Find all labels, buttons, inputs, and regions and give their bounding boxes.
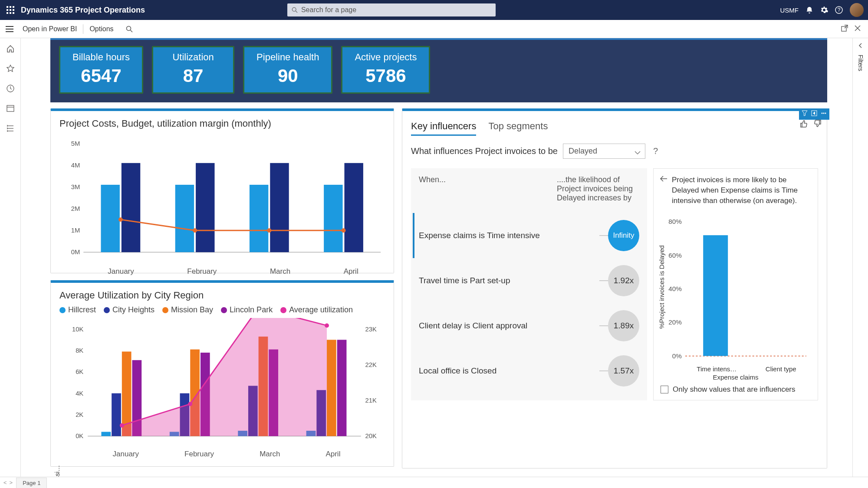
notifications-icon[interactable] <box>806 6 813 14</box>
ki-bubble: 1.92x <box>608 265 639 296</box>
thumbs-down-icon[interactable] <box>813 119 822 130</box>
ki-bubble: 1.57x <box>608 355 639 386</box>
svg-rect-42 <box>270 163 289 252</box>
x-tick: February <box>184 450 214 459</box>
svg-rect-41 <box>250 185 268 252</box>
chart-costs-budget[interactable]: Project Costs, Budget, utilization margi… <box>50 108 394 273</box>
home-icon[interactable] <box>5 43 16 54</box>
ki-bubble: Infinity <box>608 220 639 251</box>
svg-text:21K: 21K <box>365 397 377 404</box>
only-influencers-checkbox[interactable] <box>661 386 668 393</box>
svg-text:22K: 22K <box>365 361 377 368</box>
modules-icon[interactable] <box>5 123 16 134</box>
user-avatar[interactable] <box>850 3 864 17</box>
ki-influencer-row[interactable]: Expense claims is Time intensive Infinit… <box>413 213 639 258</box>
kpi-active-projects[interactable]: Active projects5786 <box>341 46 430 94</box>
legend-item: Average utilization <box>280 305 353 314</box>
x-tick: January <box>108 267 134 276</box>
svg-rect-40 <box>196 163 214 252</box>
hamburger-icon[interactable] <box>3 26 16 32</box>
ki-checkbox-row: Only show values that are influencers <box>661 385 811 394</box>
kpi-utilization[interactable]: Utilization87 <box>152 46 234 94</box>
tab-key-influencers[interactable]: Key influencers <box>411 121 476 136</box>
page-tabs: <> Page 1 <box>0 477 868 488</box>
legend-item: City Heights <box>104 305 155 314</box>
svg-point-48 <box>342 228 346 233</box>
ki-question: What influences Project invoices to be D… <box>411 144 818 159</box>
tab-top-segments[interactable]: Top segments <box>488 121 548 136</box>
svg-text:80%: 80% <box>668 218 682 226</box>
svg-text:4K: 4K <box>76 390 83 397</box>
thumbs-up-icon[interactable] <box>799 119 809 130</box>
more-icon[interactable] <box>821 110 827 118</box>
next-page-icon[interactable]: > <box>10 479 13 486</box>
app-title: Dynamics 365 Project Operations <box>21 6 145 15</box>
filter-icon[interactable] <box>802 110 808 118</box>
cmdbar-search-icon[interactable] <box>120 20 139 38</box>
open-in-power-bi[interactable]: Open in Power BI <box>16 20 83 38</box>
svg-rect-39 <box>175 185 194 252</box>
recent-icon[interactable] <box>5 83 16 94</box>
svg-text:2M: 2M <box>71 205 80 212</box>
svg-text:0M: 0M <box>71 249 80 255</box>
svg-text:60%: 60% <box>668 252 682 259</box>
ki-influencer-row[interactable]: Client delay is Client approval 1.89x <box>419 303 639 348</box>
left-nav <box>0 38 21 477</box>
chart-utilization-city[interactable]: Average Utilization by City Region Hillc… <box>50 280 394 467</box>
svg-line-10 <box>296 11 297 13</box>
x-tick: Client type <box>766 365 796 373</box>
help-icon[interactable]: ? <box>653 146 658 156</box>
ki-influencer-row[interactable]: Local office is Closed 1.57x <box>419 348 639 393</box>
kpi-pipeline-health[interactable]: Pipeline health90 <box>243 46 332 94</box>
x-tick: January <box>113 450 139 459</box>
focus-icon[interactable] <box>811 110 817 118</box>
svg-text:5M: 5M <box>71 140 80 147</box>
star-icon[interactable] <box>5 63 16 74</box>
workspace-icon[interactable] <box>5 103 16 114</box>
kpi-billable-hours[interactable]: Billable hours6547 <box>59 46 143 94</box>
ki-detail-panel: Project invoices is more likely to be De… <box>653 168 818 400</box>
key-influencers-visual[interactable]: Key influencers Top segments What influe… <box>402 108 827 468</box>
svg-rect-1 <box>10 6 11 8</box>
svg-point-16 <box>126 26 131 30</box>
svg-rect-61 <box>112 393 121 436</box>
x-tick: February <box>187 267 217 276</box>
svg-point-77 <box>188 402 192 406</box>
back-arrow-icon[interactable] <box>660 176 667 183</box>
svg-text:6K: 6K <box>76 368 83 375</box>
svg-point-81 <box>822 113 823 114</box>
ki-influencer-row[interactable]: Travel time is Part set-up 1.92x <box>419 258 639 303</box>
global-header: Dynamics 365 Project Operations Search f… <box>0 0 868 20</box>
options-button[interactable]: Options <box>83 20 119 38</box>
search-placeholder: Search for a page <box>301 6 356 14</box>
svg-text:4M: 4M <box>71 162 80 169</box>
global-search[interactable]: Search for a page <box>287 3 496 16</box>
svg-text:10K: 10K <box>72 326 83 333</box>
legend-item: Lincoln Park <box>221 305 273 314</box>
svg-text:20%: 20% <box>668 319 682 326</box>
ki-target-dropdown[interactable]: Delayed <box>563 144 645 159</box>
ki-bubble: 1.89x <box>608 310 639 341</box>
svg-text:1M: 1M <box>71 227 80 234</box>
chart-title: Average Utilization by City Region <box>59 290 385 301</box>
company-label[interactable]: USMF <box>780 7 799 14</box>
kpi-strip: Billable hours6547 Utilization87 Pipelin… <box>50 38 827 102</box>
svg-point-46 <box>193 228 197 233</box>
app-launcher-icon[interactable] <box>4 4 16 16</box>
help-icon[interactable]: ? <box>835 6 843 14</box>
filters-pane-collapsed: Filters <box>852 38 868 477</box>
svg-rect-38 <box>122 163 140 252</box>
prev-page-icon[interactable]: < <box>3 479 7 486</box>
svg-rect-4 <box>10 9 11 11</box>
svg-rect-5 <box>13 9 14 11</box>
filters-label[interactable]: Filters <box>857 55 864 71</box>
close-icon[interactable] <box>854 25 861 33</box>
svg-rect-8 <box>13 12 14 14</box>
svg-point-47 <box>267 228 271 233</box>
gear-icon[interactable] <box>820 6 828 14</box>
svg-rect-44 <box>344 163 363 252</box>
page-tab-1[interactable]: Page 1 <box>16 478 47 488</box>
popout-icon[interactable] <box>841 25 848 33</box>
chart-legend: HillcrestCity HeightsMission BayLincoln … <box>59 305 385 314</box>
expand-filters-icon[interactable] <box>858 43 864 50</box>
